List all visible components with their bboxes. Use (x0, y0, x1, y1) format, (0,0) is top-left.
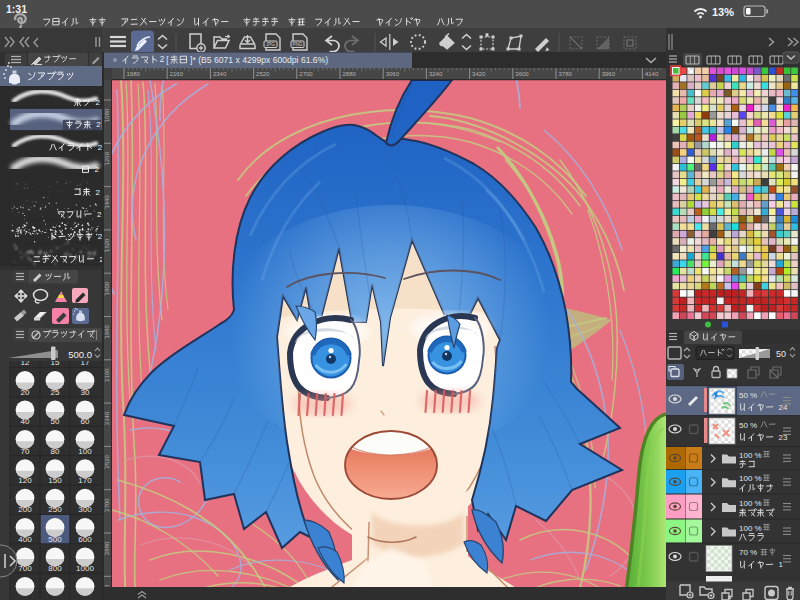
svg-text:1620: 1620 (104, 238, 110, 252)
svg-text:20: 20 (21, 388, 30, 397)
svg-text:500.0: 500.0 (68, 349, 92, 360)
svg-text:150: 150 (48, 476, 62, 485)
svg-text:1:31: 1:31 (6, 3, 27, 15)
svg-text:2160: 2160 (104, 368, 110, 382)
svg-text:3060: 3060 (386, 71, 400, 77)
svg-text:200: 200 (18, 505, 32, 514)
svg-text:100 %: 100 % (739, 499, 762, 508)
svg-text:3420: 3420 (472, 71, 486, 77)
svg-text:40: 40 (21, 417, 30, 426)
svg-text:3600: 3600 (515, 71, 529, 77)
svg-text:2340: 2340 (213, 71, 227, 77)
svg-text:1800: 1800 (104, 281, 110, 295)
svg-text:100 %: 100 % (739, 524, 762, 533)
svg-text:2880: 2880 (343, 71, 357, 77)
svg-text:2700: 2700 (299, 71, 313, 77)
svg-text:1980: 1980 (127, 71, 141, 77)
svg-text:50: 50 (776, 349, 786, 359)
svg-text:2340: 2340 (104, 411, 110, 425)
svg-text:50 %: 50 % (739, 421, 757, 430)
svg-text:2: 2 (95, 188, 100, 197)
svg-text:600: 600 (78, 535, 92, 544)
svg-text:50: 50 (51, 417, 60, 426)
svg-text:3780: 3780 (559, 71, 573, 77)
svg-text:1440: 1440 (104, 195, 110, 209)
svg-text:1000: 1000 (76, 564, 94, 573)
svg-text:2: 2 (97, 210, 102, 219)
svg-text:JPG: JPG (266, 42, 275, 47)
svg-text:100: 100 (78, 447, 92, 456)
svg-text:2: 2 (96, 120, 101, 129)
svg-text:2700: 2700 (104, 498, 110, 512)
svg-text:2160: 2160 (170, 71, 184, 77)
svg-text:13%: 13% (712, 6, 734, 18)
svg-text:2: 2 (95, 98, 100, 107)
svg-text:500: 500 (48, 535, 62, 544)
svg-text:2: 2 (160, 54, 165, 64)
svg-text:]* (B5 6071 x 4299px 600dpi 61: ]* (B5 6071 x 4299px 600dpi 61.6%) (190, 55, 328, 65)
svg-text:25: 25 (51, 388, 60, 397)
svg-text:70: 70 (21, 447, 30, 456)
svg-text:PNG: PNG (293, 42, 303, 47)
svg-text:170: 170 (78, 476, 92, 485)
svg-text:2880: 2880 (104, 541, 110, 555)
svg-text:800: 800 (48, 564, 62, 573)
svg-text:2520: 2520 (256, 71, 270, 77)
svg-text:120: 120 (18, 476, 32, 485)
svg-text:4140: 4140 (645, 71, 659, 77)
svg-text:70 %: 70 % (739, 548, 757, 557)
svg-text:250: 250 (48, 505, 62, 514)
svg-text:3240: 3240 (429, 71, 443, 77)
svg-text:60: 60 (81, 417, 90, 426)
svg-text:2: 2 (95, 165, 100, 174)
svg-text:100 %: 100 % (739, 451, 762, 460)
svg-text:2520: 2520 (104, 454, 110, 468)
svg-text:1260: 1260 (104, 151, 110, 165)
svg-text:300: 300 (78, 505, 92, 514)
svg-text:100 %: 100 % (739, 474, 762, 483)
svg-text:80: 80 (51, 447, 60, 456)
svg-text:3960: 3960 (602, 71, 616, 77)
svg-text:50 %: 50 % (739, 391, 757, 400)
svg-text:400: 400 (18, 535, 32, 544)
svg-text:30: 30 (81, 388, 90, 397)
svg-text:1980: 1980 (104, 324, 110, 338)
svg-text:1: 1 (778, 560, 783, 569)
svg-text:700: 700 (18, 564, 32, 573)
svg-text:1080: 1080 (104, 108, 110, 122)
